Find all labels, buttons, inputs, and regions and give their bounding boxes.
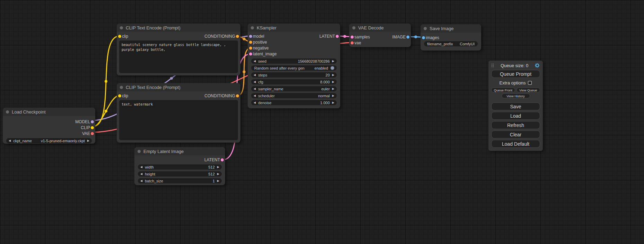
save-button[interactable]: Save [491,102,540,110]
collapse-dot-icon[interactable] [120,26,123,29]
input-slot-clip: clip [122,93,128,98]
decrement-arrow-icon[interactable]: ◀ [140,180,142,182]
sampler-name-widget[interactable]: ◀ sampler_name euler ▶ [251,86,337,91]
negative-prompt-textarea[interactable]: text, watermark [119,100,238,140]
latent-output-port[interactable] [221,158,224,161]
positive-input-port[interactable] [249,40,252,44]
decrement-arrow-icon[interactable]: ◀ [254,81,256,83]
latent-image-input-port[interactable] [249,52,252,55]
node-empty-latent-image[interactable]: Empty Latent Image LATENT ◀ width 512 ▶ … [134,147,225,185]
collapse-dot-icon[interactable] [138,150,141,153]
vae-input-port[interactable] [351,41,354,44]
increment-arrow-icon[interactable]: ▶ [217,166,219,169]
drag-handle-icon[interactable] [491,63,494,67]
output-slot-vae: VAE [3,130,95,136]
images-input-port[interactable] [422,36,425,39]
collapse-dot-icon[interactable] [6,110,9,114]
node-ksampler[interactable]: KSampler model LATENT positive [248,24,340,108]
node-title-bar[interactable]: CLIP Text Encode (Prompt) [117,83,240,91]
node-save-image[interactable]: Save Image images filename_prefix ComfyU… [421,24,481,51]
widget-label: sampler_name [258,87,283,91]
slot-label-vae: VAE [82,131,90,136]
prev-arrow-icon[interactable]: ◀ [254,88,256,90]
toggle-knob-icon[interactable] [330,66,334,70]
refresh-button[interactable]: Refresh [491,121,540,129]
link-midpoint-image [414,36,417,38]
next-arrow-icon[interactable]: ▶ [332,88,334,90]
prev-arrow-icon[interactable]: ◀ [9,139,11,142]
increment-arrow-icon[interactable]: ▶ [217,180,219,182]
settings-gear-icon[interactable] [535,63,540,68]
clear-button[interactable]: Clear [491,130,540,138]
node-clip-text-encode-positive[interactable]: CLIP Text Encode (Prompt) clip CONDITION… [117,24,240,75]
link-midpoint-clip-to-negative-prompt [105,110,107,112]
clip-output-port[interactable] [91,126,94,129]
widget-label: scheduler [258,94,275,98]
next-arrow-icon[interactable]: ▶ [87,139,89,142]
extra-options-checkbox[interactable] [528,81,532,85]
slot-label-positive: positive [253,40,267,45]
decrement-arrow-icon[interactable]: ◀ [140,166,142,169]
seed-widget[interactable]: ◀ seed 156680208700286 ▶ [251,58,337,64]
node-title-bar[interactable]: CLIP Text Encode (Prompt) [117,24,240,32]
vae-output-port[interactable] [91,132,94,135]
node-title-bar[interactable]: Empty Latent Image [134,147,225,155]
increment-arrow-icon[interactable]: ▶ [332,60,334,63]
load-default-button[interactable]: Load Default [491,140,540,148]
filename-prefix-widget[interactable]: filename_prefix ComfyUI [424,41,478,46]
decrement-arrow-icon[interactable]: ◀ [140,173,142,175]
denoise-widget[interactable]: ◀ denoise 1.000 ▶ [251,100,337,105]
widget-value: euler [321,87,329,91]
queue-front-button[interactable]: Queue Front [491,88,515,92]
view-queue-button[interactable]: View Queue [517,88,540,92]
conditioning-output-port[interactable] [236,35,239,38]
latent-output-port[interactable] [336,35,339,38]
clip-input-port[interactable] [118,35,121,38]
ckpt-name-widget[interactable]: ◀ ckpt_name v1-5-pruned-emaonly.ckpt ▶ [6,138,92,143]
node-title: CLIP Text Encode (Prompt) [126,25,180,30]
load-button[interactable]: Load [491,112,540,120]
negative-input-port[interactable] [249,46,252,49]
scheduler-widget[interactable]: ◀ scheduler normal ▶ [251,93,337,98]
input-slot-vae: vae [354,40,361,45]
model-input-port[interactable] [249,35,252,38]
decrement-arrow-icon[interactable]: ◀ [254,101,256,104]
collapse-dot-icon[interactable] [251,26,254,29]
cfg-widget[interactable]: ◀ cfg 8.000 ▶ [251,79,337,84]
graph-canvas[interactable]: Load Checkpoint MODEL CLIP VAE [0,0,644,244]
increment-arrow-icon[interactable]: ▶ [217,173,219,175]
increment-arrow-icon[interactable]: ▶ [332,101,334,104]
decrement-arrow-icon[interactable]: ◀ [254,60,256,63]
decrement-arrow-icon[interactable]: ◀ [254,74,256,76]
node-title-bar[interactable]: Save Image [421,24,481,33]
node-load-checkpoint[interactable]: Load Checkpoint MODEL CLIP VAE [3,108,95,144]
width-widget[interactable]: ◀ width 512 ▶ [138,164,222,170]
positive-prompt-textarea[interactable]: beautiful scenery nature glass bottle la… [119,40,238,73]
node-title-bar[interactable]: VAE Decode [349,24,411,32]
batch-size-widget[interactable]: ◀ batch_size 1 ▶ [138,178,222,183]
node-clip-text-encode-negative[interactable]: CLIP Text Encode (Prompt) clip CONDITION… [117,83,240,143]
height-widget[interactable]: ◀ height 512 ▶ [138,171,222,177]
samples-input-port[interactable] [351,35,354,38]
prev-arrow-icon[interactable]: ◀ [254,94,256,97]
collapse-dot-icon[interactable] [120,86,123,89]
output-slot-model: MODEL [3,119,95,125]
increment-arrow-icon[interactable]: ▶ [332,81,334,83]
conditioning-output-port[interactable] [236,94,239,97]
node-title-bar[interactable]: Load Checkpoint [3,108,95,116]
view-history-button[interactable]: View History [502,93,530,98]
extra-options-label: Extra options [500,80,526,85]
steps-widget[interactable]: ◀ steps 20 ▶ [251,72,337,78]
clip-input-port[interactable] [118,94,121,97]
collapse-dot-icon[interactable] [424,27,427,30]
node-title-bar[interactable]: KSampler [248,24,340,32]
node-vae-decode[interactable]: VAE Decode samples IMAGE vae [349,24,411,47]
increment-arrow-icon[interactable]: ▶ [332,74,334,76]
next-arrow-icon[interactable]: ▶ [332,94,334,97]
image-output-port[interactable] [406,35,409,38]
random-seed-toggle-widget[interactable]: Random seed after every gen enabled [251,65,337,71]
queue-prompt-button[interactable]: Queue Prompt [491,70,540,78]
model-output-port[interactable] [91,120,94,123]
slot-label-clip: clip [122,34,128,39]
collapse-dot-icon[interactable] [352,26,355,29]
